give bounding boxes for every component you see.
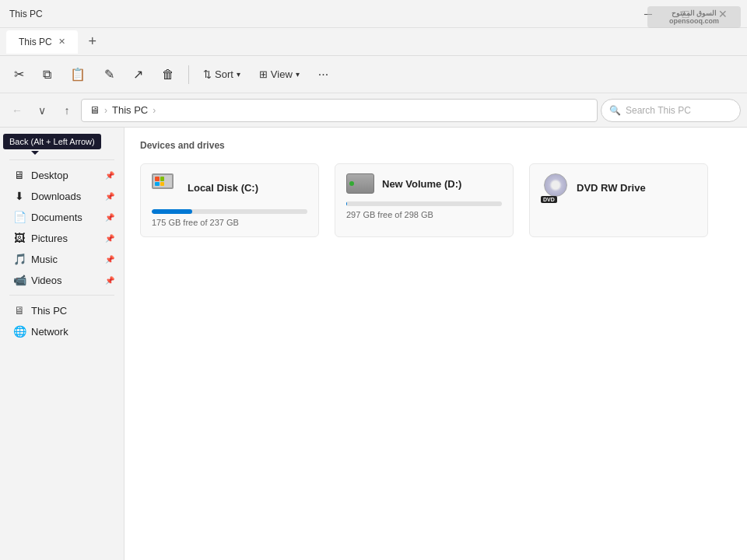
breadcrumb-thispc: This PC <box>112 104 148 116</box>
cut-button[interactable]: ✂ <box>6 61 32 89</box>
drive-c-progress-bg <box>152 209 307 214</box>
sort-label: Sort <box>215 68 233 80</box>
downloads-pin-icon: 📌 <box>105 192 114 201</box>
sidebar-separator-1 <box>9 159 114 160</box>
sidebar-item-music[interactable]: 🎵 Music 📌 <box>3 249 121 269</box>
win-logo-q4 <box>160 182 165 187</box>
section-header-devices: Devices and drives <box>140 140 731 154</box>
sidebar-desktop-label: Desktop <box>31 170 68 181</box>
more-button[interactable]: ··· <box>310 61 336 89</box>
drive-dvd-info: DVD RW Drive <box>577 182 646 194</box>
drive-dvd-name: DVD RW Drive <box>577 182 646 194</box>
drive-card-c[interactable]: Local Disk (C:) 175 GB free of 237 GB <box>140 163 319 237</box>
drive-c-free: 175 GB free of 237 GB <box>152 218 307 227</box>
copy-button[interactable]: ⧉ <box>35 61 59 89</box>
sidebar: ☁ OneDrive 🖥 Desktop 📌 ⬇ Downloads 📌 📄 D… <box>0 128 124 560</box>
sidebar-thispc-label: This PC <box>31 305 67 317</box>
toolbar-separator <box>188 65 189 84</box>
drive-d-progress-fill <box>346 201 347 206</box>
drive-d-progress-bg <box>346 201 502 206</box>
network-icon: 🌐 <box>12 325 26 338</box>
drives-grid: Local Disk (C:) 175 GB free of 237 GB Ne… <box>140 163 731 237</box>
dvd-label: DVD <box>541 196 557 203</box>
breadcrumb-sep2: › <box>153 105 156 116</box>
tooltip-arrow <box>31 151 39 155</box>
drive-icon-local-c <box>152 173 180 201</box>
win-logo-q1 <box>155 177 160 181</box>
tab-label: This PC <box>19 37 52 47</box>
drive-d-free: 297 GB free of 298 GB <box>346 210 502 219</box>
paste-icon: 📋 <box>70 67 86 82</box>
delete-button[interactable]: 🗑 <box>154 61 182 89</box>
drive-d-name: New Volume (D:) <box>382 178 461 190</box>
tooltip-bubble: Back (Alt + Left Arrow) <box>3 134 101 149</box>
drive-card-d-header: New Volume (D:) <box>346 173 502 194</box>
downloads-icon: ⬇ <box>12 190 26 202</box>
videos-pin-icon: 📌 <box>105 276 114 285</box>
drive-card-c-header: Local Disk (C:) <box>152 173 307 201</box>
drive-c-name: Local Disk (C:) <box>188 182 258 194</box>
new-tab-button[interactable]: + <box>81 30 104 54</box>
view-label: View <box>271 68 293 80</box>
sidebar-downloads-label: Downloads <box>31 191 81 202</box>
sidebar-item-pictures[interactable]: 🖼 Pictures 📌 <box>3 228 121 248</box>
pictures-pin-icon: 📌 <box>105 234 114 243</box>
sidebar-pictures-label: Pictures <box>31 233 68 244</box>
rename-icon: ✎ <box>104 67 114 82</box>
win-logo-q2 <box>160 177 165 181</box>
share-icon: ↗ <box>133 67 143 82</box>
cut-icon: ✂ <box>14 67 24 82</box>
title-bar-text: This PC <box>6 9 43 19</box>
drive-d-info: New Volume (D:) <box>382 178 461 190</box>
watermark: السوق المفتوحopensooq.com <box>647 6 741 28</box>
paste-button[interactable]: 📋 <box>62 61 93 89</box>
sidebar-item-videos[interactable]: 📹 Videos 📌 <box>3 270 121 290</box>
sidebar-item-documents[interactable]: 📄 Documents 📌 <box>3 207 121 227</box>
watermark-text: السوق المفتوحopensooq.com <box>652 9 736 25</box>
sidebar-documents-label: Documents <box>31 212 82 223</box>
music-icon: 🎵 <box>12 253 26 265</box>
breadcrumb-sep1: › <box>104 105 107 116</box>
drive-card-dvd-header: DVD DVD RW Drive <box>541 173 696 201</box>
sidebar-network-label: Network <box>31 326 68 338</box>
drive-icon-dvd: DVD <box>541 173 569 201</box>
up-button[interactable]: ↑ <box>56 100 78 121</box>
desktop-pin-icon: 📌 <box>105 171 114 180</box>
drive-card-dvd[interactable]: DVD DVD RW Drive <box>529 163 708 237</box>
drive-c-progress-fill <box>152 209 192 214</box>
copy-icon: ⧉ <box>43 68 51 82</box>
tab-this-pc[interactable]: This PC ✕ <box>6 30 78 54</box>
back-button[interactable]: ← <box>6 100 28 121</box>
dropdown-button[interactable]: ∨ <box>31 100 53 121</box>
drive-card-d[interactable]: New Volume (D:) 297 GB free of 298 GB <box>335 163 514 237</box>
main-layout: ☁ OneDrive 🖥 Desktop 📌 ⬇ Downloads 📌 📄 D… <box>0 128 747 560</box>
share-button[interactable]: ↗ <box>125 61 151 89</box>
view-button[interactable]: ⊞ View ▾ <box>251 61 307 89</box>
hdd-dot-d <box>349 181 354 186</box>
sidebar-videos-label: Videos <box>31 275 62 286</box>
sidebar-item-thispc[interactable]: 🖥 This PC <box>3 300 121 320</box>
computer-icon: 🖥 <box>89 104 100 116</box>
sort-button[interactable]: ⇅ Sort ▾ <box>195 61 248 89</box>
search-bar[interactable]: 🔍 Search This PC <box>601 99 741 122</box>
sort-icon: ⇅ <box>203 68 212 80</box>
dvd-disc <box>544 173 567 197</box>
documents-icon: 📄 <box>12 211 26 223</box>
title-bar: This PC ─ □ ✕ <box>0 0 747 28</box>
view-chevron-icon: ▾ <box>296 70 300 79</box>
rename-button[interactable]: ✎ <box>96 61 122 89</box>
sidebar-item-network[interactable]: 🌐 Network <box>3 321 121 341</box>
sidebar-item-desktop[interactable]: 🖥 Desktop 📌 <box>3 165 121 185</box>
documents-pin-icon: 📌 <box>105 213 114 222</box>
sidebar-separator-2 <box>9 295 114 296</box>
nav-bar: ← ∨ ↑ 🖥 › This PC › 🔍 Search This PC <box>0 93 747 128</box>
pictures-icon: 🖼 <box>12 232 26 244</box>
sidebar-music-label: Music <box>31 254 58 265</box>
videos-icon: 📹 <box>12 274 26 286</box>
view-icon: ⊞ <box>259 68 268 80</box>
tab-close-icon[interactable]: ✕ <box>58 37 65 47</box>
address-bar[interactable]: 🖥 › This PC › <box>81 99 598 122</box>
thispc-icon: 🖥 <box>12 304 26 317</box>
sidebar-item-downloads[interactable]: ⬇ Downloads 📌 <box>3 186 121 206</box>
toolbar: ✂ ⧉ 📋 ✎ ↗ 🗑 ⇅ Sort ▾ ⊞ View ▾ ··· <box>0 56 747 93</box>
